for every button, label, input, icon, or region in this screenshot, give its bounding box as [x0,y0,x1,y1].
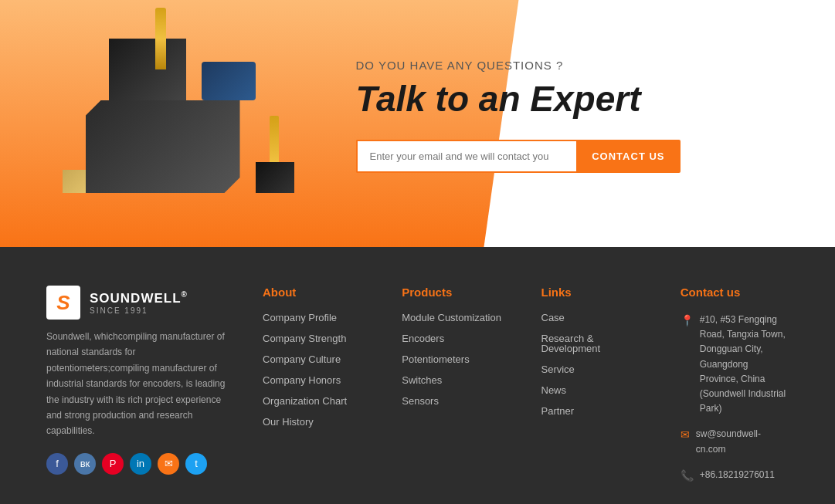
contact-address: #10, #53 Fengqing Road, Tangxia Town, Do… [700,313,789,416]
about-title: About [263,286,371,299]
contact-email: sw@soundwell-cn.com [696,427,789,456]
contact-phone-item: 📞 +86.18219276011 [681,468,789,482]
contact-title: Contact us [681,286,789,299]
footer-about-col: About Company Profile Company Strength C… [263,286,371,493]
facebook-icon[interactable]: f [46,453,68,475]
logo-icon: S [46,286,80,320]
footer: S SOUNDWELL® SINCE 1991 Soundwell, which… [0,247,835,504]
about-link-5[interactable]: Our History [263,417,371,427]
hero-subtitle: DO YOU HAVE ANY QUESTIONS ? [356,59,773,72]
vk-icon[interactable]: вк [74,453,96,475]
email-contact-icon: ✉ [681,428,690,441]
hero-title: Talk to an Expert [356,79,773,119]
brand-since: SINCE 1991 [90,306,188,315]
hero-content: DO YOU HAVE ANY QUESTIONS ? Talk to an E… [325,59,773,174]
links-link-1[interactable]: Research & Development [541,333,650,353]
links-link-3[interactable]: News [541,385,650,395]
about-link-3[interactable]: Company Honors [263,375,371,385]
about-link-4[interactable]: Organization Chart [263,396,371,406]
email-input[interactable] [356,140,577,173]
products-link-2[interactable]: Potentiometers [402,354,510,364]
footer-columns: S SOUNDWELL® SINCE 1991 Soundwell, which… [46,286,789,493]
contact-email-item: ✉ sw@soundwell-cn.com [681,427,789,456]
hero-form: CONTACT US [356,140,681,173]
links-title: Links [541,286,650,299]
links-link-0[interactable]: Case [541,313,650,323]
hero-product-image [63,31,325,201]
about-link-2[interactable]: Company Culture [263,354,371,364]
brand-logo: S SOUNDWELL® SINCE 1991 [46,286,232,320]
products-link-4[interactable]: Sensors [402,396,510,406]
contact-phone: +86.18219276011 [700,468,775,482]
about-link-1[interactable]: Company Strength [263,333,371,343]
social-icons: f вк P in ✉ t [46,453,232,475]
phone-icon: 📞 [681,469,694,482]
email-icon[interactable]: ✉ [158,453,179,475]
products-title: Products [402,286,510,299]
footer-brand-col: S SOUNDWELL® SINCE 1991 Soundwell, which… [46,286,232,493]
footer-contact-col: Contact us 📍 #10, #53 Fengqing Road, Tan… [681,286,789,493]
links-link-2[interactable]: Service [541,364,650,374]
footer-products-col: Products Module Customization Encoders P… [402,286,510,493]
contact-us-button[interactable]: CONTACT US [576,140,680,173]
brand-name-block: SOUNDWELL® SINCE 1991 [90,290,188,315]
location-icon: 📍 [681,314,694,326]
pinterest-icon[interactable]: P [102,453,124,475]
brand-name-text: SOUNDWELL® [90,290,188,306]
about-link-0[interactable]: Company Profile [263,313,371,323]
brand-description: Soundwell, whichcompiling manufacturer o… [46,329,232,439]
hero-section: DO YOU HAVE ANY QUESTIONS ? Talk to an E… [0,0,835,247]
products-link-1[interactable]: Encoders [402,333,510,343]
linkedin-icon[interactable]: in [130,453,151,475]
footer-links-col: Links Case Research & Development Servic… [541,286,650,493]
products-link-3[interactable]: Switches [402,375,510,385]
products-link-0[interactable]: Module Customization [402,313,510,323]
twitter-icon[interactable]: t [185,453,207,475]
links-link-4[interactable]: Partner [541,406,650,416]
contact-address-item: 📍 #10, #53 Fengqing Road, Tangxia Town, … [681,313,789,416]
logo-letter: S [56,293,70,313]
